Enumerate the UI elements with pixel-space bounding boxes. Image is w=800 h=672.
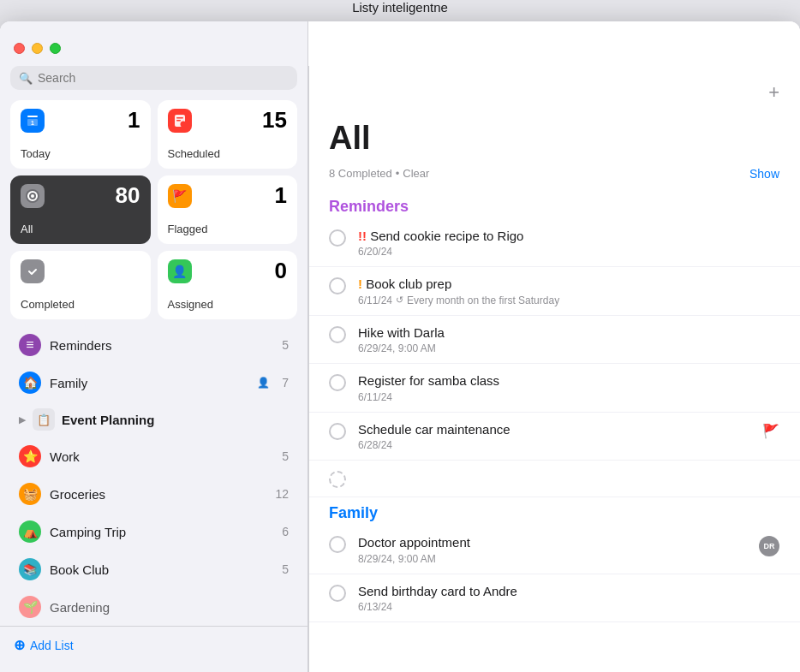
work-list-name: Work [50, 449, 273, 464]
smart-tile-all[interactable]: 80 All [10, 175, 151, 244]
reminder-item-f1[interactable]: Doctor appointment 8/29/24, 9:00 AM DR [308, 526, 800, 574]
groceries-list-name: Groceries [50, 487, 266, 502]
search-input[interactable] [38, 71, 289, 85]
flagged-icon: 🚩 [168, 184, 192, 208]
svg-rect-1 [27, 116, 38, 117]
reminder-checkbox-r5[interactable] [329, 423, 346, 440]
list-item-reminders[interactable]: ≡ Reminders 5 [5, 326, 302, 364]
reminder-body-r2: ! Book club prep 6/11/24 ↺ Every month o… [358, 276, 779, 306]
list-item-groceries[interactable]: 🧺 Groceries 12 [5, 475, 302, 513]
reminder-checkbox-f2[interactable] [329, 585, 346, 602]
close-button[interactable] [14, 43, 25, 54]
all-count: 80 [116, 184, 140, 206]
smart-tile-today[interactable]: 1 1 Today [10, 100, 151, 169]
smart-tile-scheduled[interactable]: 15 Scheduled [158, 100, 298, 169]
reminder-title-f1: Doctor appointment [358, 534, 747, 551]
reminder-item-r5[interactable]: Schedule car maintenance 6/28/24 🚩 [308, 413, 800, 461]
reminder-date-r4: 6/11/24 [358, 391, 779, 403]
panel-header: All [308, 107, 800, 164]
smart-tile-completed[interactable]: Completed [10, 251, 151, 319]
smart-lists-grid: 1 1 Today [0, 100, 307, 326]
event-planning-name: Event Planning [62, 413, 154, 427]
book-club-icon: 📚 [19, 558, 41, 580]
gardening-list-name: Gardening [50, 600, 289, 615]
svg-point-8 [180, 122, 186, 128]
camping-list-name: Camping Trip [50, 525, 273, 539]
title-bar [0, 21, 800, 66]
flagged-label: Flagged [168, 223, 288, 235]
reminder-item-r3[interactable]: Hike with Darla 6/29/24, 9:00 AM [308, 316, 800, 365]
reminder-checkbox-r1[interactable] [329, 229, 346, 247]
svg-point-11 [31, 194, 34, 198]
reminder-title-r5: Schedule car maintenance [358, 421, 750, 438]
reminder-checkbox-r3[interactable] [329, 326, 346, 343]
reminder-item-r4[interactable]: Register for samba class 6/11/24 [308, 364, 800, 413]
list-item-gardening[interactable]: 🌱 Gardening [5, 588, 302, 626]
groceries-icon: 🧺 [19, 483, 41, 505]
svg-rect-6 [176, 117, 183, 119]
list-item-camping[interactable]: ⛺ Camping Trip 6 [5, 513, 302, 550]
add-reminder-button[interactable]: + [761, 78, 786, 107]
reminder-date-r3: 6/29/24, 9:00 AM [358, 342, 779, 354]
reminder-body-r5: Schedule car maintenance 6/28/24 [358, 421, 750, 452]
book-club-list-name: Book Club [50, 562, 273, 577]
group-event-planning[interactable]: ▶ 📋 Event Planning [5, 401, 302, 437]
add-list-label: Add List [30, 639, 74, 652]
app-window: 🔍 1 [0, 21, 800, 672]
reminder-body-r1: !! Send cookie recipe to Rigo 6/20/24 [358, 228, 779, 259]
reminder-body-r3: Hike with Darla 6/29/24, 9:00 AM [358, 324, 779, 355]
sidebar: 🔍 1 [0, 21, 308, 672]
camping-count: 6 [282, 525, 289, 538]
main-content: 🔍 1 [0, 21, 800, 672]
scheduled-label: Scheduled [168, 147, 288, 160]
family-icon: 🏠 [19, 372, 41, 394]
assigned-icon: 👤 [168, 259, 192, 283]
reminder-checkbox-f1[interactable] [329, 536, 346, 553]
flagged-count: 1 [275, 184, 287, 206]
family-count: 7 [282, 376, 289, 390]
list-item-book-club[interactable]: 📚 Book Club 5 [5, 550, 302, 588]
maximize-button[interactable] [50, 43, 61, 54]
completed-icon [21, 259, 45, 283]
search-bar[interactable]: 🔍 [10, 66, 297, 90]
completed-separator: • [396, 167, 400, 180]
smart-tile-flagged[interactable]: 🚩 1 Flagged [158, 175, 298, 244]
minimize-button[interactable] [32, 43, 43, 54]
completed-count-text: 8 Completed [329, 167, 392, 180]
smart-tile-assigned[interactable]: 👤 0 Assigned [158, 251, 298, 319]
reminder-item-r6[interactable] [308, 461, 800, 497]
reminder-checkbox-r2[interactable] [329, 277, 346, 294]
reminder-item-r2[interactable]: ! Book club prep 6/11/24 ↺ Every month o… [308, 267, 800, 316]
reminder-checkbox-r4[interactable] [329, 374, 346, 391]
reminder-date-r5: 6/28/24 [358, 439, 750, 451]
reminder-item-f2[interactable]: Send birthday card to Andre 6/13/24 [308, 574, 800, 623]
list-item-work[interactable]: ⭐ Work 5 [5, 437, 302, 475]
completed-label: Completed [21, 298, 140, 311]
event-planning-icon: 📋 [33, 408, 55, 431]
assigned-label: Assigned [168, 298, 288, 311]
reminder-checkbox-r6[interactable] [329, 471, 346, 488]
groceries-count: 12 [275, 487, 289, 501]
panel-title: All [329, 121, 371, 157]
section-header-family: Family [308, 497, 800, 526]
book-club-count: 5 [282, 562, 289, 576]
scheduled-count: 15 [262, 109, 287, 131]
camping-icon: ⛺ [19, 520, 41, 543]
today-icon: 1 [21, 109, 45, 133]
main-panel: + All 8 Completed • Clear Show Reminders [308, 21, 800, 672]
clear-button[interactable]: Clear [403, 167, 429, 180]
add-list-button[interactable]: ⊕ Add List [0, 626, 307, 663]
traffic-lights [14, 43, 61, 54]
flag-icon-r5: 🚩 [762, 423, 779, 439]
show-button[interactable]: Show [749, 167, 779, 181]
assigned-count: 0 [275, 259, 287, 282]
reminders-count: 5 [282, 338, 289, 352]
family-list-name: Family [50, 376, 248, 390]
list-item-family[interactable]: 🏠 Family 👤 7 [5, 364, 302, 401]
reminder-date-r2: 6/11/24 ↺ Every month on the first Satur… [358, 294, 779, 306]
reminder-item-r1[interactable]: !! Send cookie recipe to Rigo 6/20/24 [308, 219, 800, 268]
window-title: Listy inteligentne [0, 0, 800, 15]
reminder-title-r2: ! Book club prep [358, 276, 779, 293]
priority-med-r2: ! [358, 277, 366, 291]
svg-rect-7 [176, 120, 181, 122]
